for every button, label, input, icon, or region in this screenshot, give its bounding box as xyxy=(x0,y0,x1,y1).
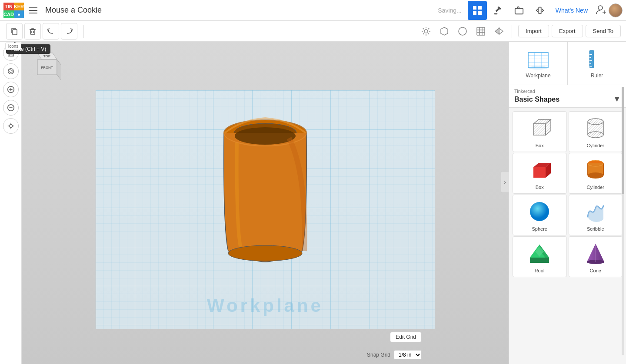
whats-new-button[interactable]: What's New xyxy=(556,7,588,14)
svg-point-10 xyxy=(598,6,603,10)
build-button[interactable] xyxy=(489,1,508,20)
main-area: TOP FRONT xyxy=(0,42,626,364)
library-name: Basic Shapes xyxy=(514,96,559,103)
ruler-icon xyxy=(586,48,608,70)
scribble-icon xyxy=(583,199,609,225)
svg-rect-68 xyxy=(589,60,592,61)
svg-point-62 xyxy=(235,127,296,145)
edit-grid-button[interactable]: Edit Grid xyxy=(390,332,422,342)
svg-point-90 xyxy=(530,202,549,221)
shapes-row-3: Roof xyxy=(513,236,623,277)
svg-point-17 xyxy=(424,30,428,33)
svg-rect-70 xyxy=(589,66,592,67)
svg-rect-1 xyxy=(29,10,37,11)
logo-cell-dot: ● xyxy=(14,10,24,18)
shape-item-box-wireframe[interactable]: Box xyxy=(513,111,567,152)
roof-icon xyxy=(526,240,553,266)
panel-collapse-handle[interactable]: › xyxy=(501,171,509,193)
shape-item-sphere[interactable]: Sphere xyxy=(513,195,567,235)
svg-rect-3 xyxy=(473,6,476,10)
toolbar-separator-1 xyxy=(83,25,84,38)
mirror-view-button[interactable] xyxy=(491,23,507,40)
cone-label: Cone xyxy=(590,268,601,273)
scrollbar-thumb[interactable] xyxy=(622,87,624,194)
shape-item-cone[interactable]: Cone xyxy=(569,236,623,277)
undo-button[interactable] xyxy=(43,23,59,40)
apps-grid-button[interactable] xyxy=(468,1,487,20)
svg-rect-9 xyxy=(539,7,541,13)
svg-rect-0 xyxy=(29,7,37,8)
svg-marker-34 xyxy=(495,28,499,34)
shape-item-scribble[interactable]: Scribble xyxy=(569,195,623,235)
code-button[interactable] xyxy=(530,1,549,20)
workplane-tool-label: Workplane xyxy=(526,73,550,79)
svg-rect-65 xyxy=(589,50,594,68)
zoom-out-button[interactable] xyxy=(3,100,19,116)
svg-rect-2 xyxy=(29,13,37,13)
snap-grid-label: Snap Grid xyxy=(367,352,390,358)
dropdown-arrow-icon: ▼ xyxy=(613,95,621,104)
scrollbar-track xyxy=(622,87,624,355)
shape-library-selector[interactable]: Basic Shapes ▼ xyxy=(514,95,621,104)
svg-point-27 xyxy=(459,27,466,35)
shape-item-box-red[interactable]: Box xyxy=(513,153,567,194)
export-button[interactable]: Export xyxy=(552,25,583,37)
svg-point-88 xyxy=(588,172,603,179)
svg-marker-54 xyxy=(57,60,61,80)
svg-rect-4 xyxy=(478,6,482,10)
shapes-row-1: Box Cylinder xyxy=(513,153,623,194)
svg-point-64 xyxy=(528,66,548,69)
fit-view-button[interactable] xyxy=(3,118,19,134)
logo-cell-ker: KER xyxy=(14,3,24,10)
user-avatar[interactable] xyxy=(609,3,623,17)
tinkercad-logo[interactable]: TIN KER CAD ● xyxy=(3,3,19,18)
svg-marker-94 xyxy=(530,258,549,263)
svg-rect-36 xyxy=(10,54,12,56)
send-to-button[interactable]: Send To xyxy=(586,25,621,37)
sphere-icon xyxy=(526,199,553,225)
snap-grid-control: Snap Grid 1/8 in 1/4 in 1/2 in 1 in xyxy=(367,350,422,360)
hamburger-button[interactable] xyxy=(23,1,43,20)
copy-button[interactable] xyxy=(6,23,23,40)
box-wireframe-label: Box xyxy=(536,143,544,148)
delete-button[interactable] xyxy=(24,23,41,40)
ruler-tool[interactable]: Ruler xyxy=(568,42,626,85)
redo-button[interactable] xyxy=(61,23,77,40)
sphere-label: Sphere xyxy=(532,226,547,232)
workplane-tool[interactable]: Workplane xyxy=(509,42,568,85)
workplane-ruler-section: Workplane Ruler xyxy=(509,42,626,85)
svg-rect-63 xyxy=(528,53,548,68)
svg-rect-8 xyxy=(515,8,523,14)
logo-cell-tin: TIN xyxy=(3,3,14,10)
light-view-button[interactable] xyxy=(418,23,434,40)
gallery-button[interactable] xyxy=(509,1,529,20)
left-panel xyxy=(0,42,22,364)
orbit-button[interactable] xyxy=(3,63,19,79)
svg-rect-13 xyxy=(13,30,17,35)
import-button[interactable]: Import xyxy=(518,25,549,37)
saving-status: Saving... xyxy=(438,7,461,14)
add-user-button[interactable] xyxy=(595,3,607,17)
shape-item-cylinder-wireframe[interactable]: Cylinder xyxy=(569,111,623,152)
svg-text:FRONT: FRONT xyxy=(41,66,53,69)
zoom-in-button[interactable] xyxy=(3,82,19,97)
view-cube[interactable]: TOP FRONT xyxy=(29,49,61,83)
circle-view-button[interactable] xyxy=(454,23,471,40)
3d-object-cup[interactable] xyxy=(215,108,315,264)
svg-rect-66 xyxy=(589,54,592,55)
box-red-label: Box xyxy=(536,185,544,190)
hex-view-button[interactable] xyxy=(436,23,453,40)
tinkercad-label: Tinkercad xyxy=(514,89,621,94)
svg-marker-72 xyxy=(533,124,546,135)
snap-grid-select[interactable]: 1/8 in 1/4 in 1/2 in 1 in xyxy=(394,350,422,360)
svg-rect-14 xyxy=(30,30,35,34)
shape-item-cylinder-orange[interactable]: Cylinder xyxy=(569,153,623,194)
viewport[interactable]: TOP FRONT xyxy=(22,42,509,364)
ruler-tool-label: Ruler xyxy=(591,73,603,79)
align-view-button[interactable] xyxy=(473,23,489,40)
shape-item-roof[interactable]: Roof xyxy=(513,236,567,277)
cylinder-wireframe-icon xyxy=(583,115,609,141)
svg-point-80 xyxy=(588,132,603,138)
workplane-icon xyxy=(527,48,549,70)
svg-rect-69 xyxy=(589,63,591,64)
